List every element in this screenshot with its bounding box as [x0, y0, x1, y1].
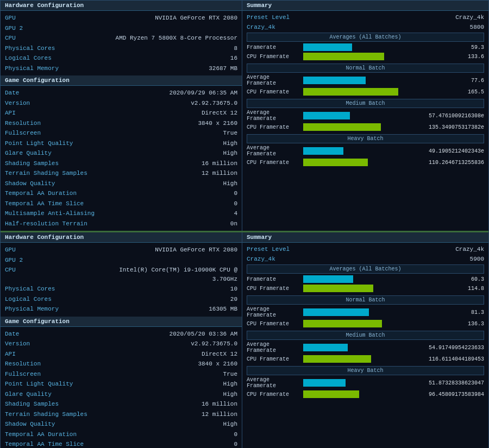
config-label: Resolution [5, 359, 41, 369]
config-value: NVIDIA GeForce RTX 2080 [155, 245, 237, 255]
config-label: CPU [5, 266, 16, 283]
hardware-config-table: GPUNVIDIA GeForce RTX 2080GPU 2CPUIntel(… [1, 243, 242, 317]
bar-container [303, 53, 411, 60]
bar-row: Average Framerate54.91749954223633 [247, 342, 484, 354]
config-row: Logical Cores16 [5, 53, 237, 64]
hardware-config-header: Hardware Configuration [1, 1, 242, 11]
panel-0: Hardware ConfigurationGPUNVIDIA GeForce … [1, 1, 488, 232]
right-col-1: SummaryPreset LevelCrazy_4kCrazy_4k5900A… [242, 232, 488, 448]
config-label: Glare Quality [5, 149, 52, 158]
bar-fill [303, 355, 371, 363]
config-label: API [5, 109, 16, 118]
batch-header: Normal Batch [247, 64, 484, 73]
config-label: Temporal AA Time Slice [5, 199, 84, 209]
config-label: Point Light Quality [5, 139, 73, 148]
config-value: 16 million [202, 400, 237, 409]
config-row: GPUNVIDIA GeForce RTX 2080 [5, 245, 237, 255]
config-value: 4 [234, 209, 237, 218]
bar-container [303, 112, 411, 119]
batch-section-3: Heavy BatchAverage Framerate51.873283386… [247, 366, 484, 398]
bar-row: CPU Framerate96.45809173583984 [247, 390, 484, 398]
bar-row: CPU Framerate165.5 [247, 88, 484, 96]
config-row: Shading Samples16 million [5, 159, 237, 169]
bar-label: CPU Framerate [247, 54, 301, 60]
preset-row: Preset LevelCrazy_4k [247, 245, 484, 255]
batch-section-1: Normal BatchAverage Framerate77.6CPU Fra… [247, 64, 484, 96]
bar-value: 57.4761009216308e [413, 113, 484, 119]
config-value: v2.92.73675.0 [191, 339, 237, 349]
config-value: High [223, 149, 237, 158]
config-row: Shadow QualityHigh [5, 419, 237, 430]
config-label: Version [5, 99, 30, 108]
config-label: GPU [5, 14, 16, 23]
config-row: GPU 2 [5, 255, 237, 266]
bar-fill [303, 159, 368, 166]
bar-value: 165.5 [413, 89, 484, 95]
game-config-header: Game Configuration [1, 317, 242, 327]
bar-value: 81.3 [413, 310, 484, 316]
batch-header: Averages (All Batches) [247, 264, 484, 274]
config-value: 32687 MB [209, 64, 237, 73]
summary-panel: Preset LevelCrazy_4kCrazy_4k5900Averages… [242, 243, 488, 406]
config-label: Fullscreen [5, 370, 41, 379]
config-row: Date2020/05/20 03:36 AM [5, 329, 237, 339]
config-label: Temporal AA Duration [5, 430, 77, 439]
game-config-table: Date2020/05/20 03:36 AMVersionv2.92.7367… [1, 327, 242, 449]
bar-fill [303, 379, 346, 387]
bar-value: 116.6114044189453 [413, 356, 484, 362]
bar-fill [303, 320, 382, 327]
config-label: Glare Quality [5, 390, 52, 399]
config-row: Physical Cores10 [5, 284, 237, 294]
config-value: 16305 MB [209, 305, 237, 314]
preset-row2: Crazy_4k5800 [247, 23, 484, 33]
bar-row: Average Framerate51.87328338623047 [247, 377, 484, 389]
config-label: Date [5, 330, 19, 339]
bar-fill [303, 123, 381, 131]
bar-label: Average Framerate [247, 342, 301, 354]
config-value: 12 million [202, 169, 237, 178]
config-value: NVIDIA GeForce RTX 2080 [155, 14, 237, 23]
bar-row: Average Framerate49.1905212402343e [247, 145, 484, 157]
bar-value: 54.91749954223633 [413, 345, 484, 351]
config-value: 20 [230, 295, 237, 304]
config-row: Physical Memory32687 MB [5, 64, 237, 74]
config-label: GPU 2 [5, 24, 23, 33]
config-label: Shadow Quality [5, 179, 55, 188]
config-row: CPUAMD Ryzen 7 5800X 8-Core Processor [5, 33, 237, 43]
bar-fill [303, 344, 348, 351]
bar-container [303, 88, 411, 96]
bar-row: Average Framerate77.6 [247, 74, 484, 86]
summary-panel: Preset LevelCrazy_4kCrazy_4k5800Averages… [242, 11, 488, 174]
config-label: Resolution [5, 119, 41, 128]
config-label: Terrain Shading Samples [5, 410, 87, 419]
config-row: Temporal AA Time Slice0 [5, 199, 237, 209]
summary-header: Summary [242, 232, 488, 243]
bar-value: 51.87328338623047 [413, 380, 484, 386]
config-value: High [223, 380, 237, 389]
config-label: Date [5, 89, 19, 98]
panel-1: Hardware ConfigurationGPUNVIDIA GeForce … [1, 232, 488, 448]
bar-row: CPU Framerate135.349075317382e [247, 123, 484, 131]
bar-row: Average Framerate57.4761009216308e [247, 110, 484, 122]
bar-row: Average Framerate81.3 [247, 306, 484, 318]
config-label: Multisample Anti-Aliasing [5, 209, 95, 218]
bar-container [303, 355, 411, 363]
config-row: Point Light QualityHigh [5, 379, 237, 389]
batch-header: Normal Batch [247, 295, 484, 305]
batch-header: Averages (All Batches) [247, 33, 484, 42]
config-value: 0 [234, 440, 237, 448]
config-value: 2020/05/20 03:36 AM [170, 330, 237, 339]
config-row: Terrain Shading Samples12 million [5, 168, 237, 179]
config-label: Fullscreen [5, 129, 41, 138]
bar-fill [303, 88, 398, 96]
bar-value: 114.8 [413, 286, 484, 292]
left-col-0: Hardware ConfigurationGPUNVIDIA GeForce … [1, 1, 242, 231]
batch-section-0: Averages (All Batches)Framerate60.3CPU F… [247, 264, 484, 292]
config-value: 16 million [202, 159, 237, 168]
preset-row: Preset LevelCrazy_4k [247, 13, 484, 23]
bar-container [303, 344, 411, 351]
config-row: Logical Cores20 [5, 294, 237, 305]
config-label: API [5, 350, 16, 359]
bar-row: CPU Framerate133.6 [247, 53, 484, 60]
config-row: Point Light QualityHigh [5, 138, 237, 149]
